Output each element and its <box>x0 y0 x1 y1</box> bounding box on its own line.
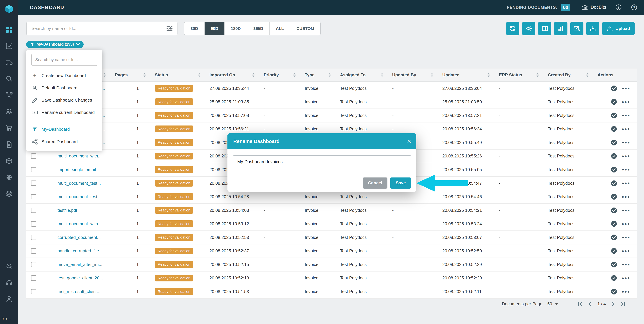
document-link[interactable]: corrupted_document... <box>58 235 100 240</box>
close-icon[interactable]: × <box>407 138 411 145</box>
sidebar-item-profile[interactable] <box>0 291 18 307</box>
app-logo[interactable] <box>0 0 18 18</box>
document-link[interactable]: test_google_client_20... <box>58 276 103 280</box>
row-menu-button[interactable]: ●●● <box>622 100 630 104</box>
sidebar-item-validation[interactable] <box>0 38 18 54</box>
settings-button[interactable] <box>522 22 535 35</box>
row-checkbox[interactable] <box>31 194 36 200</box>
document-link[interactable]: multi_document_with... <box>58 222 102 226</box>
validate-button[interactable] <box>611 139 617 146</box>
validate-button[interactable] <box>611 98 617 105</box>
cancel-button[interactable]: Cancel <box>363 178 388 188</box>
sort-icon[interactable] <box>328 72 332 78</box>
document-link[interactable]: multi_document_test... <box>58 194 101 199</box>
menu-item-create-dashboard[interactable]: + Create new Dashboard <box>26 70 102 82</box>
row-menu-button[interactable]: ●●● <box>622 235 630 240</box>
sort-icon[interactable] <box>103 72 106 78</box>
col-header-created-by[interactable]: Created By <box>543 68 592 82</box>
sidebar-item-purchase-orders[interactable] <box>0 120 18 136</box>
document-link[interactable]: handle_corrupted_file... <box>58 248 102 253</box>
analytics-button[interactable] <box>554 22 567 35</box>
document-link[interactable]: … <box>102 140 107 145</box>
sidebar-item-support[interactable] <box>0 274 18 291</box>
row-menu-button[interactable]: ●●● <box>622 181 630 186</box>
sidebar-item-workflow[interactable] <box>0 87 18 104</box>
row-checkbox[interactable] <box>31 235 36 240</box>
range-30d[interactable]: 30D <box>184 22 204 35</box>
validate-button[interactable] <box>611 220 617 227</box>
row-menu-button[interactable]: ●●● <box>622 127 630 131</box>
document-link[interactable]: testfile.pdf <box>58 208 77 213</box>
menu-item-shared-dashboard[interactable]: Shared Dashboard <box>26 136 102 148</box>
sort-icon[interactable] <box>430 72 434 78</box>
dashboard-name-input[interactable] <box>233 155 411 168</box>
document-link[interactable]: … <box>102 126 107 132</box>
row-menu-button[interactable]: ●●● <box>622 154 630 158</box>
validate-button[interactable] <box>611 261 617 268</box>
row-menu-button[interactable]: ●●● <box>622 168 630 172</box>
row-checkbox[interactable] <box>31 289 36 294</box>
range-180d[interactable]: 180D <box>225 22 247 35</box>
per-page-select[interactable]: 50 <box>547 302 558 306</box>
document-link[interactable]: … <box>102 86 107 91</box>
col-header-status[interactable]: Status <box>150 68 204 82</box>
row-menu-button[interactable]: ●●● <box>622 208 630 212</box>
validate-button[interactable] <box>611 248 617 254</box>
row-checkbox[interactable] <box>31 180 36 186</box>
row-checkbox[interactable] <box>31 154 36 159</box>
sidebar-item-packages[interactable] <box>0 153 18 169</box>
col-header-erp-status[interactable]: ERP Status <box>494 68 543 82</box>
sort-icon[interactable] <box>586 72 589 78</box>
row-menu-button[interactable]: ●●● <box>622 140 630 145</box>
menu-item-save-dashboard[interactable]: Save Dashboard Changes <box>26 94 102 106</box>
col-header-imported-on[interactable]: Imported On <box>204 68 259 82</box>
search-input[interactable] <box>26 26 166 31</box>
next-page-button[interactable] <box>608 300 618 308</box>
sidebar-item-dashboard[interactable] <box>0 21 18 38</box>
row-menu-button[interactable]: ●●● <box>622 86 630 90</box>
sidebar-item-invoices[interactable] <box>0 136 18 153</box>
help-button[interactable]: ? <box>631 4 638 10</box>
row-checkbox[interactable] <box>31 221 36 226</box>
document-link[interactable]: move_email_after_im... <box>58 262 102 267</box>
sort-icon[interactable] <box>487 72 490 78</box>
import-button[interactable] <box>586 22 600 35</box>
document-link[interactable]: import_single_email_... <box>58 167 102 172</box>
row-menu-button[interactable]: ●●● <box>622 222 630 226</box>
row-menu-button[interactable]: ●●● <box>622 113 630 118</box>
row-checkbox[interactable] <box>31 276 36 281</box>
row-menu-button[interactable]: ●●● <box>622 195 630 199</box>
upload-button[interactable]: Upload <box>602 22 634 35</box>
validate-button[interactable] <box>611 288 617 295</box>
row-menu-button[interactable]: ●●● <box>622 262 630 267</box>
email-export-button[interactable] <box>570 22 584 35</box>
document-link[interactable]: multi_document_with... <box>58 154 102 158</box>
sync-button[interactable] <box>506 22 519 35</box>
range-90d[interactable]: 90D <box>204 22 225 35</box>
document-link[interactable]: … <box>102 113 107 118</box>
row-menu-button[interactable]: ●●● <box>622 249 630 253</box>
pending-documents-badge[interactable]: 00 <box>561 4 570 11</box>
range-custom[interactable]: CUSTOM <box>290 22 320 35</box>
col-header-updated[interactable]: Updated <box>438 68 494 82</box>
layout-button[interactable] <box>538 22 551 35</box>
last-page-button[interactable] <box>618 300 628 308</box>
sidebar-item-settings[interactable] <box>0 258 18 274</box>
sort-icon[interactable] <box>252 72 255 78</box>
menu-item-rename-dashboard[interactable]: Rename current Dashboard <box>26 106 102 118</box>
dashboard-selector-pill[interactable]: My-Dashboard (193) <box>26 41 84 48</box>
sort-icon[interactable] <box>536 72 539 78</box>
save-button[interactable]: Save <box>390 178 411 188</box>
menu-item-default-dashboard[interactable]: Default Dashboard <box>26 82 102 94</box>
validate-button[interactable] <box>611 180 617 186</box>
validate-button[interactable] <box>611 112 617 119</box>
col-header-type[interactable]: Type <box>300 68 335 82</box>
document-link[interactable]: multi_document_test... <box>58 181 101 186</box>
row-menu-button[interactable]: ●●● <box>622 290 630 294</box>
sidebar-item-shipments[interactable] <box>0 54 18 71</box>
validate-button[interactable] <box>611 153 617 159</box>
sidebar-item-modules[interactable] <box>0 186 18 202</box>
sort-icon[interactable] <box>380 72 384 78</box>
first-page-button[interactable] <box>575 300 585 308</box>
row-checkbox[interactable] <box>31 262 36 267</box>
